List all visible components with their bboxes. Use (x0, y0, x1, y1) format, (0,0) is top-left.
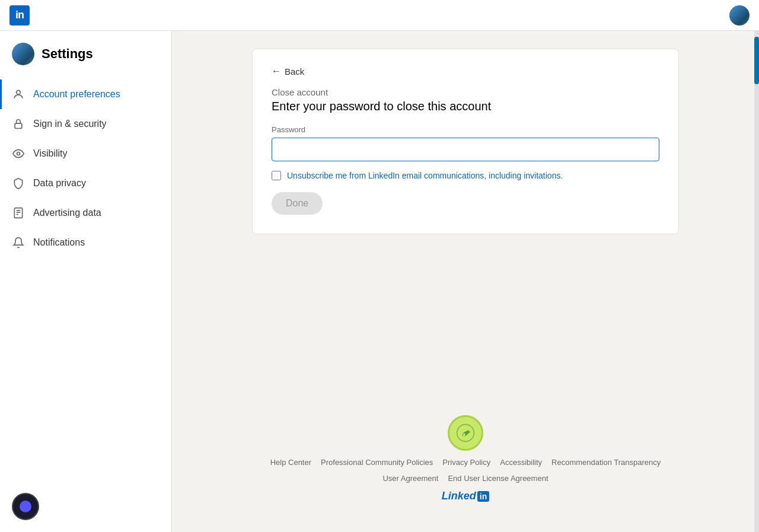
footer-link-help-center[interactable]: Help Center (270, 458, 311, 467)
sidebar-header: Settings (0, 43, 171, 79)
scrollbar[interactable] (754, 31, 759, 532)
password-label: Password (272, 125, 659, 134)
sidebar-item-account-preferences[interactable]: Account preferences (0, 79, 171, 109)
navbar-left: in (9, 5, 30, 26)
sidebar-item-label-account-preferences: Account preferences (33, 89, 120, 100)
footer-icon (448, 415, 483, 451)
sidebar-item-data-privacy[interactable]: Data privacy (0, 168, 171, 198)
sidebar-title: Settings (42, 46, 93, 62)
footer-link-community-policies[interactable]: Professional Community Policies (321, 458, 433, 467)
footer-links-row1: Help Center Professional Community Polic… (270, 458, 661, 467)
footer-linkedin-logo: Linked in (442, 490, 489, 502)
svg-point-0 (17, 90, 21, 94)
sidebar-item-advertising-data[interactable]: Advertising data (0, 198, 171, 228)
sidebar-item-label-sign-in-security: Sign in & security (33, 119, 107, 129)
lock-icon (12, 117, 25, 130)
receipt-icon (12, 206, 25, 219)
sidebar-avatar (12, 43, 34, 65)
close-account-title: Close account (272, 87, 659, 97)
back-label: Back (285, 66, 304, 77)
sidebar-item-sign-in-security[interactable]: Sign in & security (0, 109, 171, 139)
main-content: ← Back Close account Enter your password… (172, 31, 759, 532)
sidebar-item-notifications[interactable]: Notifications (0, 228, 171, 257)
eye-icon (12, 147, 25, 160)
page-container: Settings Account preferences Sign (0, 31, 759, 532)
password-group: Password (272, 125, 659, 161)
footer-link-recommendation-transparency[interactable]: Recommendation Transparency (551, 458, 661, 467)
sidebar-item-visibility[interactable]: Visibility (0, 139, 171, 168)
svg-point-2 (17, 152, 20, 155)
inner-circle (20, 501, 31, 512)
back-arrow-icon: ← (272, 66, 281, 77)
svg-rect-1 (15, 123, 22, 128)
unsubscribe-row: Unsubscribe me from LinkedIn email commu… (272, 171, 659, 180)
password-input[interactable] (272, 138, 659, 161)
sidebar-nav: Account preferences Sign in & security (0, 79, 171, 257)
footer-link-privacy-policy[interactable]: Privacy Policy (442, 458, 490, 467)
sidebar-item-label-data-privacy: Data privacy (33, 178, 86, 189)
navbar-right (729, 5, 750, 26)
footer-link-accessibility[interactable]: Accessibility (500, 458, 542, 467)
sidebar: Settings Account preferences Sign (0, 31, 172, 532)
unsubscribe-label[interactable]: Unsubscribe me from LinkedIn email commu… (287, 171, 563, 180)
sidebar-item-label-visibility: Visibility (33, 148, 68, 159)
bottom-circle-widget[interactable] (12, 493, 39, 520)
footer-linkedin-text: Linked (442, 490, 476, 502)
done-button[interactable]: Done (272, 192, 323, 215)
person-icon (12, 88, 25, 101)
footer-links-row2: User Agreement End User License Agreemen… (382, 474, 548, 483)
sidebar-item-label-advertising-data: Advertising data (33, 208, 101, 218)
shield-icon (12, 177, 25, 190)
sidebar-item-label-notifications: Notifications (33, 237, 85, 248)
scrollbar-thumb[interactable] (754, 37, 759, 84)
back-button[interactable]: ← Back (272, 66, 304, 77)
footer-link-eula[interactable]: End User License Agreement (448, 474, 548, 483)
footer-link-user-agreement[interactable]: User Agreement (382, 474, 438, 483)
bell-icon (12, 236, 25, 249)
linkedin-logo[interactable]: in (9, 5, 30, 26)
close-account-subtitle: Enter your password to close this accoun… (272, 100, 659, 113)
footer-linkedin-in: in (477, 491, 489, 502)
navbar-avatar[interactable] (729, 5, 750, 26)
close-account-card: ← Back Close account Enter your password… (252, 49, 679, 234)
unsubscribe-checkbox[interactable] (272, 171, 281, 180)
navbar: in (0, 0, 759, 31)
footer: Help Center Professional Community Polic… (259, 391, 673, 514)
